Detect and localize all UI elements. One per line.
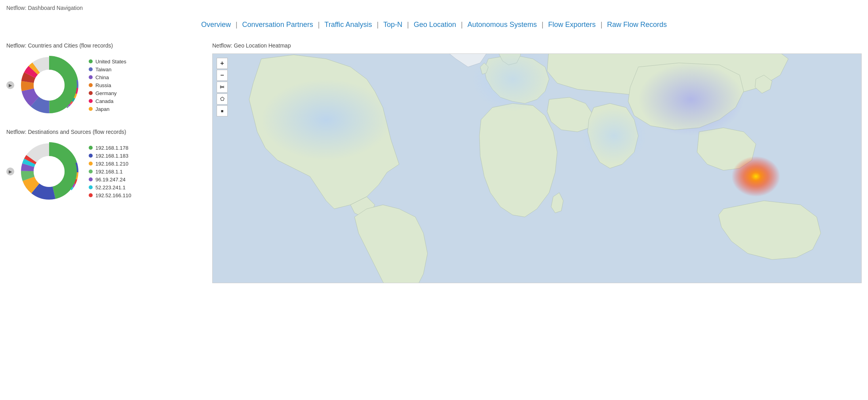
legend-label-us: United States xyxy=(95,59,126,65)
legend-label-china: China xyxy=(95,74,109,80)
legend-item-ip2: 192.168.1.183 xyxy=(89,153,131,159)
legend-dot-ip1 xyxy=(89,146,93,150)
legend-dot-ip2 xyxy=(89,154,93,158)
nav-separator: | xyxy=(600,21,603,29)
legend-item-ip5: 96.19.247.24 xyxy=(89,177,131,183)
legend-item-ip6: 52.223.241.1 xyxy=(89,185,131,190)
crop-tool-button[interactable]: ✂ xyxy=(217,82,228,93)
zoom-in-button[interactable]: + xyxy=(217,58,228,69)
legend-label-ip3: 192.168.1.210 xyxy=(95,161,128,167)
legend-label-ip6: 52.223.241.1 xyxy=(95,185,126,190)
legend-dot-ip5 xyxy=(89,177,93,181)
left-panel: Netflow: Countries and Cities (flow reco… xyxy=(6,39,204,283)
legend-label-ip7: 192.52.166.110 xyxy=(95,192,131,198)
right-panel: Netflow: Geo Location Heatmap + − ✂ ⬠ ■ xyxy=(212,39,862,283)
legend-item-ip3: 192.168.1.210 xyxy=(89,161,131,167)
destinations-legend: 192.168.1.178 192.168.1.183 192.168.1.21… xyxy=(89,145,131,198)
heatmap-title: Netflow: Geo Location Heatmap xyxy=(212,42,862,49)
countries-donut-chart xyxy=(17,53,81,117)
rectangle-tool-button[interactable]: ■ xyxy=(217,105,228,116)
nav-item-conversation-partners[interactable]: Conversation Partners xyxy=(238,19,317,30)
legend-item-ip7: 192.52.166.110 xyxy=(89,192,131,198)
legend-dot-canada xyxy=(89,99,93,103)
world-map-svg xyxy=(213,54,861,283)
legend-dot-ip4 xyxy=(89,170,93,173)
legend-label-ip4: 192.168.1.1 xyxy=(95,169,123,175)
nav-separator: | xyxy=(541,21,544,29)
legend-dot-germany xyxy=(89,91,93,95)
legend-label-canada: Canada xyxy=(95,98,114,104)
destinations-expand-btn[interactable]: ▶ xyxy=(6,168,14,175)
nav-item-overview[interactable]: Overview xyxy=(197,19,235,30)
heat-asia xyxy=(638,63,744,136)
legend-dot-ip3 xyxy=(89,162,93,166)
heat-southeast-asia xyxy=(731,156,780,196)
nav-item-raw-flow-records[interactable]: Raw Flow Records xyxy=(603,19,671,30)
svg-point-31 xyxy=(34,156,65,187)
nav-separator: | xyxy=(235,21,238,29)
nav-item-traffic-analysis[interactable]: Traffic Analysis xyxy=(320,19,376,30)
polygon-tool-button[interactable]: ⬠ xyxy=(217,93,228,105)
legend-dot-russia xyxy=(89,83,93,87)
legend-label-ip2: 192.168.1.183 xyxy=(95,153,128,159)
nav-item-autonomous-systems[interactable]: Autonomous Systems xyxy=(464,19,541,30)
legend-label-germany: Germany xyxy=(95,90,116,96)
nav-bar: Overview | Conversation Partners | Traff… xyxy=(0,14,868,35)
legend-dot-us xyxy=(89,59,93,63)
destinations-section-title: Netflow: Destinations and Sources (flow … xyxy=(6,129,204,135)
legend-item-taiwan: Taiwan xyxy=(89,67,126,72)
heat-us xyxy=(261,79,391,160)
destinations-donut-chart xyxy=(17,140,81,203)
legend-item-russia: Russia xyxy=(89,82,126,88)
map-container[interactable]: + − ✂ ⬠ ■ xyxy=(212,53,862,283)
legend-label-taiwan: Taiwan xyxy=(95,67,111,72)
legend-item-ip4: 192.168.1.1 xyxy=(89,169,131,175)
destinations-donut-section: ▶ xyxy=(6,140,204,203)
legend-dot-ip6 xyxy=(89,185,93,189)
nav-separator: | xyxy=(460,21,464,29)
legend-dot-taiwan xyxy=(89,67,93,71)
page-title: Netflow: Dashboard Navigation xyxy=(0,0,868,14)
nav-item-flow-exporters[interactable]: Flow Exporters xyxy=(544,19,600,30)
legend-label-ip1: 192.168.1.178 xyxy=(95,145,128,151)
legend-label-japan: Japan xyxy=(95,106,109,112)
nav-separator: | xyxy=(406,21,410,29)
legend-item-japan: Japan xyxy=(89,106,126,112)
legend-dot-china xyxy=(89,75,93,79)
legend-item-ip1: 192.168.1.178 xyxy=(89,145,131,151)
main-content: Netflow: Countries and Cities (flow reco… xyxy=(0,35,868,287)
countries-legend: United States Taiwan China Russia German… xyxy=(89,59,126,112)
zoom-out-button[interactable]: − xyxy=(217,70,228,81)
legend-item-canada: Canada xyxy=(89,98,126,104)
countries-donut-section: ▶ xyxy=(6,53,204,117)
svg-point-16 xyxy=(34,70,65,101)
legend-dot-japan xyxy=(89,107,93,111)
heat-india xyxy=(582,107,647,164)
legend-label-ip5: 96.19.247.24 xyxy=(95,177,126,183)
countries-expand-btn[interactable]: ▶ xyxy=(6,81,14,89)
countries-section-title: Netflow: Countries and Cities (flow reco… xyxy=(6,42,204,49)
legend-dot-ip7 xyxy=(89,193,93,197)
nav-item-geo-location[interactable]: Geo Location xyxy=(410,19,460,30)
nav-separator: | xyxy=(317,21,321,29)
map-controls: + − ✂ ⬠ ■ xyxy=(217,58,228,116)
legend-item-germany: Germany xyxy=(89,90,126,96)
legend-label-russia: Russia xyxy=(95,82,111,88)
legend-item-china: China xyxy=(89,74,126,80)
legend-item-us: United States xyxy=(89,59,126,65)
nav-separator: | xyxy=(376,21,379,29)
nav-item-top-n[interactable]: Top-N xyxy=(379,19,406,30)
